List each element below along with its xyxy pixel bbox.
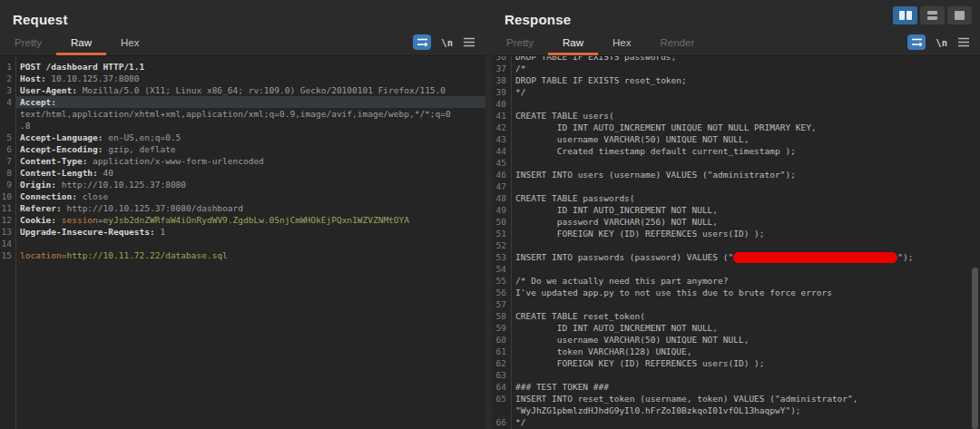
word-wrap-toggle-icon[interactable] [413,34,431,50]
line-number: 47 [492,180,511,192]
code-line: 45 [492,157,980,169]
line-number: 56 [492,287,511,298]
code-line: 37/* [492,63,980,74]
request-editor[interactable]: 1POST /dashboard HTTP/1.12Host: 10.10.12… [0,56,485,429]
code-line: 50 password VARCHAR(256) NOT NULL, [492,216,980,228]
code-line: 46INSERT INTO users (username) VALUES ("… [492,169,980,180]
line-number: 52 [492,239,511,251]
tab-pretty[interactable]: Pretty [492,32,548,55]
word-wrap-icon [416,37,428,47]
code-line: 38DROP TABLE IF EXISTS reset_token; [492,74,980,86]
line-number: 59 [492,322,511,334]
line-number: 40 [492,98,511,110]
code-line: 58CREATE TABLE reset_token( [492,310,980,322]
line-number: 43 [492,133,511,145]
line-number: 64 [492,381,511,393]
tab-hex[interactable]: Hex [598,32,645,55]
request-code: 1POST /dashboard HTTP/1.12Host: 10.10.12… [0,56,485,261]
code-line: 60 username VARCHAR(50) UNIQUE NOT NULL, [492,334,980,346]
response-panel: Response Pretty Raw Hex Render \n [492,0,980,429]
code-line: 13Upgrade-Insecure-Requests: 1 [0,226,485,238]
code-line: 66*/ [492,416,980,428]
code-line: 10Connection: close [0,190,485,202]
code-line: 47 [492,180,980,192]
tab-hex[interactable]: Hex [106,32,153,55]
line-number [0,108,15,120]
line-number: 36 [492,56,511,63]
line-number: 63 [492,369,511,381]
code-line: 11Referer: http://10.10.125.37:8080/dash… [0,202,485,214]
word-wrap-toggle-icon[interactable] [907,34,926,50]
code-line: 5Accept-Language: en-US,en;q=0.5 [0,132,485,143]
line-number: 58 [492,310,511,322]
line-number: 4 [0,96,15,108]
code-line: 12Cookie: session=eyJsb2dnZWRfaW4iOnRydW… [0,214,485,226]
line-number: 5 [0,132,15,143]
line-number: 45 [492,157,511,169]
editor-menu-icon[interactable] [957,37,970,47]
newline-toggle-icon[interactable]: \n [936,37,947,48]
code-line: 55/* Do we actually need this part anymo… [492,275,980,287]
response-editor[interactable]: 36DROP TABLE IF EXISTS passwords;37/*38D… [492,56,980,429]
line-number: 51 [492,228,511,239]
line-number: 13 [0,226,15,238]
response-scrollbar-thumb[interactable] [972,268,978,429]
code-line: 9Origin: http://10.10.125.37:8080 [0,179,485,190]
line-number: 7 [0,155,15,167]
code-line: 6Accept-Encoding: gzip, deflate [0,143,485,155]
layout-single-button[interactable] [947,6,972,24]
code-line: 1POST /dashboard HTTP/1.1 [0,61,485,73]
request-title: Request [13,12,68,27]
tab-raw[interactable]: Raw [56,32,106,55]
code-line: 51 FOREIGN KEY (ID) REFERENCES users(ID)… [492,228,980,239]
line-number: 10 [0,190,15,202]
editor-menu-icon[interactable] [463,37,475,47]
newline-toggle-icon[interactable]: \n [441,37,453,48]
line-number: 12 [0,214,15,226]
code-line: 61 token VARCHAR(128) UNIQUE, [492,346,980,357]
request-header: Request Pretty Raw Hex \n [0,0,485,56]
tab-raw[interactable]: Raw [548,32,598,55]
word-wrap-icon [911,37,923,47]
layout-switcher [893,6,972,24]
code-line: 52 [492,239,980,251]
code-line: 42 ID INT AUTO_INCREMENT UNIQUE NOT NULL… [492,122,980,133]
line-number: 38 [492,74,511,86]
tab-pretty[interactable]: Pretty [0,32,56,55]
line-number: 66 [492,416,511,428]
line-number: 1 [0,61,15,73]
code-line: 43 username VARCHAR(50) UNIQUE NOT NULL, [492,133,980,145]
code-line: 49 ID INT AUTO_INCREMENT NOT NULL, [492,204,980,216]
tab-render[interactable]: Render [646,32,710,55]
redacted-password [733,252,897,263]
line-number: 3 [0,84,15,96]
code-line: 62 FOREIGN KEY (ID) REFERENCES users(ID)… [492,357,980,369]
code-line: 48CREATE TABLE passwords( [492,192,980,204]
line-number [0,120,15,132]
line-number: 54 [492,263,511,275]
line-number: 61 [492,346,511,357]
request-tab-bar: Pretty Raw Hex \n [0,32,485,56]
response-editor-tools: \n [907,32,980,55]
line-number: 11 [0,202,15,214]
code-line: 56I've updated app.py to not use this du… [492,287,980,298]
line-number: 6 [0,143,15,155]
line-number: 53 [492,251,511,263]
layout-columns-button[interactable] [893,6,917,24]
line-number: 48 [492,192,511,204]
code-line: 14 [0,238,485,249]
line-number: 57 [492,298,511,310]
line-number [492,405,511,416]
code-line: 36DROP TABLE IF EXISTS passwords; [492,56,980,63]
code-line: "WyJhZG1pbmlzdHJhdG9yIl0.hFrZoI0BzkqoI01… [492,405,980,416]
code-line: .8 [0,120,485,132]
line-number: 2 [0,73,15,84]
code-line: text/html,application/xhtml+xml,applicat… [0,108,485,120]
panel-divider[interactable] [485,0,492,429]
code-line: 8Content-Length: 40 [0,167,485,179]
line-number: 50 [492,216,511,228]
response-tab-bar: Pretty Raw Hex Render \n [492,32,980,56]
code-line: 7Content-Type: application/x-www-form-ur… [0,155,485,167]
line-number: 46 [492,169,511,180]
layout-rows-button[interactable] [920,6,945,24]
